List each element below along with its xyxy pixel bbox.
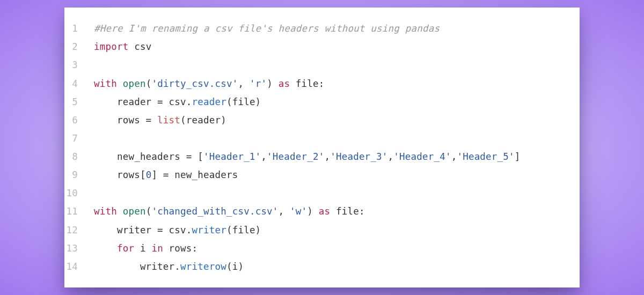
code-line: 3 [64,56,558,74]
code-token: file: [290,78,324,89]
code-token: , [238,78,249,89]
code-line: 2import csv [64,38,558,56]
line-number: 2 [64,38,94,56]
code-line: 11with open('changed_with_csv.csv', 'w')… [64,202,558,220]
code-token: (i) [226,261,244,272]
code-token: , [279,206,290,217]
line-number: 6 [64,111,94,129]
code-token: 0 [146,169,152,180]
line-number: 4 [64,75,94,93]
code-token: , [388,151,394,162]
line-number: 5 [64,93,94,111]
code-token: with [94,206,117,217]
line-number: 8 [64,148,94,166]
code-line: 8 new_headers = ['Header_1','Header_2','… [64,148,558,166]
code-token: 'Header_4' [393,151,451,162]
code-token: , [261,151,267,162]
code-token: 'Header_3' [330,151,387,162]
line-number: 11 [64,202,94,220]
line-number: 9 [64,166,94,184]
code-content: #Here I'm renaming a csv file's headers … [94,19,440,38]
code-token [94,243,117,254]
code-line: 14 writer.writerow(i) [64,257,558,276]
code-token: ( [146,206,152,217]
code-token: 'Header_5' [457,151,514,162]
code-token: list [157,115,180,126]
code-token: rows = [94,115,157,126]
code-token: 'w' [290,206,307,217]
code-token: as [319,206,330,217]
code-content: writer.writerow(i) [94,257,244,276]
code-token: 'r' [250,78,267,89]
code-content: with open('changed_with_csv.csv', 'w') a… [94,202,365,220]
code-token: writer = csv. [94,225,192,235]
line-number: 10 [64,184,94,202]
code-token: new_headers = [ [94,151,203,162]
code-content: new_headers = ['Header_1','Header_2','He… [94,148,521,166]
code-token: (reader) [180,115,226,126]
code-token: (file) [226,225,261,235]
code-token: reader [192,97,226,107]
code-token: rows[ [94,169,146,180]
code-content: rows = list(reader) [94,111,226,129]
code-line: 13 for i in rows: [64,239,558,257]
code-token: csv [128,41,151,52]
code-token: with [94,78,117,89]
code-token: ] = new_headers [151,169,238,180]
code-token: , [324,151,330,162]
line-number: 12 [64,221,94,239]
line-number: 3 [64,56,94,74]
code-line: 7 [64,129,558,148]
code-content: with open('dirty_csv.csv', 'r') as file: [94,75,325,93]
code-token: as [279,78,290,89]
code-line: 1#Here I'm renaming a csv file's headers… [64,19,558,38]
code-token: import [94,41,128,52]
code-content [94,56,100,74]
code-content: for i in rows: [94,239,197,257]
code-token: reader = csv. [94,97,192,107]
code-token: in [151,243,163,254]
code-token: 'Header_2' [267,151,324,162]
code-line: 6 rows = list(reader) [64,111,558,129]
code-block: 1#Here I'm renaming a csv file's headers… [64,19,558,276]
code-line: 12 writer = csv.writer(file) [64,221,558,239]
code-token: (file) [226,97,261,107]
code-token: i [134,243,151,254]
code-token: open [123,206,146,217]
line-number: 1 [64,19,94,38]
code-line: 10 [64,184,558,202]
code-token [117,206,123,217]
code-token [117,78,123,89]
code-snippet-card: 1#Here I'm renaming a csv file's headers… [64,8,580,287]
code-token: rows: [163,243,197,254]
code-token: #Here I'm renaming a csv file's headers … [94,23,440,34]
code-content [94,129,100,148]
code-line: 5 reader = csv.reader(file) [64,93,558,111]
code-token: , [451,151,457,162]
code-token: file: [330,206,364,217]
code-line: 9 rows[0] = new_headers [64,166,558,184]
code-token: 'Header_1' [203,151,261,162]
code-token: ) [307,206,318,217]
code-token: ) [267,78,278,89]
code-token: 'changed_with_csv.csv' [151,206,278,217]
code-content: import csv [94,38,151,56]
code-token: ] [515,151,521,162]
code-line: 4with open('dirty_csv.csv', 'r') as file… [64,75,558,93]
line-number: 7 [64,129,94,148]
code-content: rows[0] = new_headers [94,166,238,184]
code-token: for [117,243,134,254]
code-token: writer [192,225,226,235]
code-token: 'dirty_csv.csv' [151,78,238,89]
code-token: ( [146,78,152,89]
line-number: 14 [64,257,94,276]
code-token: open [123,78,146,89]
code-token: writer. [94,261,180,272]
code-token: writerow [180,261,226,272]
code-content: reader = csv.reader(file) [94,93,261,111]
line-number: 13 [64,239,94,257]
code-content: writer = csv.writer(file) [94,221,261,239]
code-content [94,184,100,202]
